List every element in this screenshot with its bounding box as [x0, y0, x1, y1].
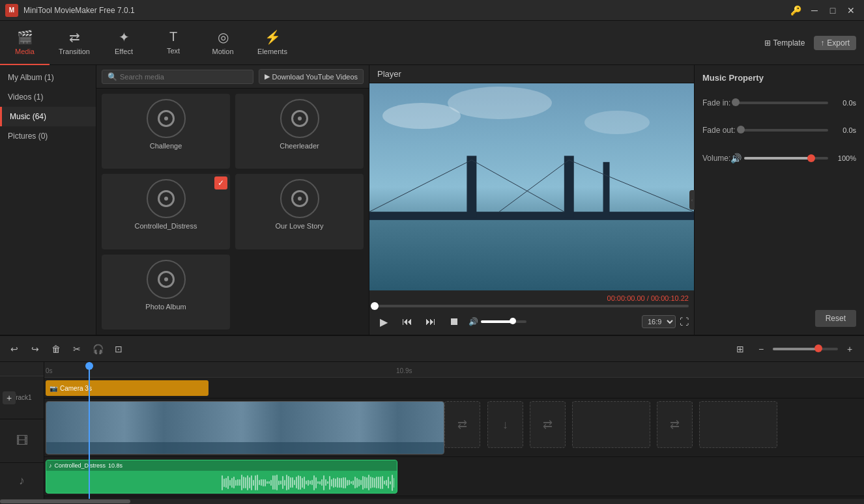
media-item-photo-album[interactable]: Photo Album — [102, 255, 230, 329]
fade-out-slider[interactable] — [741, 129, 828, 132]
stop-button[interactable]: ⏹ — [445, 313, 463, 331]
zoom-in-button[interactable]: + — [841, 340, 859, 358]
sidebar-item-pictures[interactable]: Pictures (0) — [0, 126, 96, 146]
zoom-fill — [773, 348, 818, 350]
close-button[interactable]: ✕ — [843, 5, 859, 16]
ruler-mark-0s: 0s — [46, 367, 53, 374]
sidebar-item-music[interactable]: Music (64) — [0, 107, 96, 126]
time-display: 00:00:00.00 / 00:00:10.22 — [375, 294, 689, 302]
media-label: Media — [15, 48, 35, 55]
music-track-icon: ♪ — [19, 474, 25, 488]
text-icon: T — [169, 29, 177, 44]
bridge-scene — [369, 83, 694, 290]
controls-row: ▶ ⏮ ⏭ ⏹ 🔊 16:9 4:3 — [375, 313, 689, 331]
collapse-handle[interactable]: ‹ — [689, 190, 695, 210]
search-input[interactable] — [120, 73, 248, 81]
music-note-icon — [147, 99, 186, 138]
timeline-scrollbar[interactable] — [0, 499, 864, 504]
export-button[interactable]: ↑ Export — [814, 36, 856, 50]
export-label: Export — [827, 38, 850, 48]
scrollbar-thumb[interactable] — [0, 499, 130, 503]
media-item-cheerleader[interactable]: Cheerleader — [235, 94, 364, 169]
music-note-clip-icon: ♪ — [49, 462, 52, 469]
zoom-out-button[interactable]: − — [752, 340, 770, 358]
undo-button[interactable]: ↩ — [5, 340, 23, 358]
minimize-button[interactable]: ─ — [807, 5, 822, 16]
timeline: ↩ ↪ 🗑 ✂ 🎧 ⊡ ⊞ − + + Track1 🎞 — [0, 335, 864, 504]
download-youtube-button[interactable]: ▶ Download YouTube Videos — [259, 69, 364, 84]
empty-slot-3[interactable] — [699, 401, 777, 448]
fade-out-label: Fade out: — [702, 126, 736, 135]
toolbar-media[interactable]: 🎬 Media — [0, 21, 50, 65]
timeline-playhead[interactable] — [89, 362, 90, 499]
empty-slot-2[interactable] — [572, 401, 650, 448]
timeline-tracks[interactable]: 0s 10.9s 📷 Camera 3s — [44, 362, 864, 499]
fade-in-slider[interactable] — [736, 102, 828, 104]
crop-button[interactable]: ⊡ — [109, 340, 128, 358]
ruler-mark-10s: 10.9s — [396, 367, 412, 374]
media-item-our-love-story[interactable]: Our Love Story — [235, 174, 364, 249]
svg-rect-4 — [369, 214, 694, 290]
volume-value: 100% — [833, 154, 856, 162]
effect-icon: ✦ — [119, 29, 130, 45]
media-item-challenge[interactable]: Challenge — [102, 94, 230, 169]
audio-track-label: ♪ — [0, 463, 44, 499]
key-icon: 🔑 — [790, 5, 801, 16]
track1-label: + Track1 — [0, 376, 44, 419]
fullscreen-button[interactable]: ⛶ — [680, 316, 689, 327]
template-button[interactable]: ⊞ Template — [760, 37, 809, 49]
progress-bar[interactable] — [375, 305, 689, 307]
audio-clip[interactable]: ♪ Controlled_Distress 10.8s — [46, 460, 397, 494]
media-grid: Challenge Cheerleader ✓ Controlled_Distr… — [96, 89, 369, 335]
toolbar-effect[interactable]: ✦ Effect — [99, 21, 149, 65]
media-item-controlled-distress[interactable]: ✓ Controlled_Distress — [102, 174, 230, 249]
media-panel: 🔍 ▶ Download YouTube Videos Challenge Ch… — [96, 65, 369, 335]
zoom-slider[interactable] — [773, 348, 838, 350]
download-label: Download YouTube Videos — [272, 73, 358, 81]
elements-label: Elements — [257, 48, 287, 55]
transition-arrow-icon-3: ⇄ — [670, 417, 680, 432]
fade-out-value: 0.0s — [833, 126, 856, 134]
cut-button[interactable]: ✂ — [68, 340, 86, 358]
sidebar-item-videos[interactable]: Videos (1) — [0, 87, 96, 107]
playback-controls: ▶ ⏮ ⏭ ⏹ 🔊 — [375, 313, 526, 331]
zoom-split-button[interactable]: ⊞ — [731, 340, 749, 358]
video-track-row: ⇄ ↓ ⇄ ⇄ — [44, 399, 864, 457]
sidebar-item-my-album[interactable]: My Album (1) — [0, 68, 96, 87]
titlebar: M MiniTool MovieMaker Free 7.0.1 🔑 ─ □ ✕ — [0, 0, 864, 21]
add-track-button[interactable]: + — [3, 391, 16, 404]
next-frame-button[interactable]: ⏭ — [422, 313, 440, 331]
text-clip-icon: 📷 — [50, 385, 57, 392]
properties-title: Music Property — [702, 73, 856, 83]
volume-slider[interactable] — [481, 320, 526, 323]
text-clip[interactable]: 📷 Camera 3s — [46, 380, 209, 396]
effect-label: Effect — [115, 48, 133, 55]
transition-slot-3[interactable]: ⇄ — [657, 401, 693, 448]
delete-button[interactable]: 🗑 — [47, 340, 65, 358]
search-icon: 🔍 — [108, 72, 117, 81]
toolbar-motion[interactable]: ◎ Motion — [198, 21, 248, 65]
prev-frame-button[interactable]: ⏮ — [398, 313, 416, 331]
playhead-top — [85, 362, 93, 370]
checkmark-icon: ✓ — [214, 176, 227, 189]
transition-slot-2[interactable]: ⇄ — [530, 401, 566, 448]
toolbar-text[interactable]: T Text — [149, 21, 198, 65]
video-clip[interactable] — [46, 401, 444, 455]
text-clip-label: Camera 3s — [60, 385, 92, 392]
toolbar-elements[interactable]: ⚡ Elements — [248, 21, 297, 65]
properties-panel: ‹ Music Property Fade in: 0.0s Fade out: — [695, 65, 864, 335]
toolbar-transition[interactable]: ⇄ Transition — [50, 21, 99, 65]
aspect-ratio-select[interactable]: 16:9 4:3 1:1 — [642, 315, 676, 328]
transition-slot-1[interactable]: ⇄ — [444, 401, 480, 448]
player-controls: 00:00:00.00 / 00:00:10.22 ▶ ⏮ ⏭ ⏹ 🔊 — [369, 290, 694, 335]
media-icon: 🎬 — [17, 29, 33, 45]
empty-slot-1[interactable]: ↓ — [487, 401, 523, 448]
media-item-label: Photo Album — [145, 303, 186, 311]
svg-point-1 — [382, 103, 461, 129]
reset-button[interactable]: Reset — [815, 310, 856, 327]
maximize-button[interactable]: □ — [825, 5, 841, 16]
play-button[interactable]: ▶ — [375, 313, 393, 331]
volume-prop-slider[interactable] — [744, 157, 828, 160]
redo-button[interactable]: ↪ — [26, 340, 44, 358]
audio-detach-button[interactable]: 🎧 — [89, 340, 107, 358]
